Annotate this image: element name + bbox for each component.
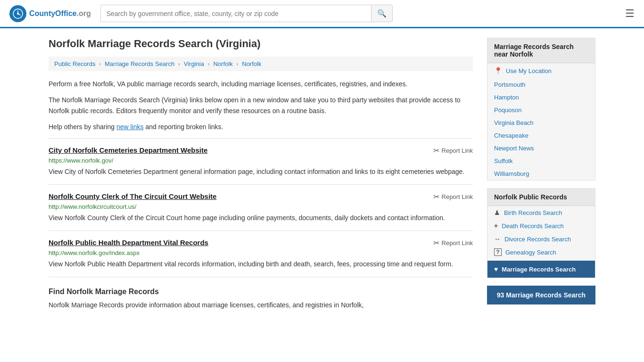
- marriage-records-link[interactable]: Marriage Records Search: [502, 266, 576, 273]
- nearby-box: Marriage Records Search near Norfolk 📍 U…: [487, 38, 595, 181]
- divorce-icon: ↔: [494, 235, 501, 243]
- norfolk-records-title: Norfolk Public Records: [487, 189, 595, 206]
- page-title: Norfolk Marriage Records Search (Virgini…: [49, 38, 473, 50]
- result-item-3: Norfolk Public Health Department Vital R…: [49, 230, 473, 277]
- result-desc-2: View Norfolk County Clerk of the Circuit…: [49, 213, 473, 223]
- search-button[interactable]: 🔍: [371, 5, 392, 22]
- description-2: The Norfolk Marriage Records Search (Vir…: [49, 95, 473, 116]
- sidebar-city-hampton[interactable]: Hampton: [487, 91, 595, 104]
- sidebar-city-newport-news[interactable]: Newport News: [487, 142, 595, 155]
- genealogy-link[interactable]: Genealogy Search: [505, 249, 556, 256]
- hampton-link[interactable]: Hampton: [494, 94, 519, 101]
- poquoson-link[interactable]: Poquoson: [494, 107, 522, 114]
- result-title-1[interactable]: City of Norfolk Cemeteries Department We…: [49, 146, 207, 154]
- use-my-location[interactable]: 📍 Use My Location: [487, 63, 595, 78]
- breadcrumb-norfolk-city[interactable]: Norfolk: [242, 60, 261, 67]
- result-desc-3: View Norfolk Public Health Department vi…: [49, 259, 473, 269]
- suffolk-link[interactable]: Suffolk: [494, 157, 513, 165]
- breadcrumb: Public Records › Marriage Records Search…: [49, 57, 473, 71]
- death-records-link[interactable]: Death Records Search: [502, 222, 564, 230]
- logo-text: CountyOffice.org: [29, 9, 91, 18]
- williamsburg-link[interactable]: Williamsburg: [494, 170, 529, 177]
- birth-records-link[interactable]: Birth Records Search: [504, 209, 562, 216]
- sidebar-death-records[interactable]: + Death Records Search: [487, 219, 595, 232]
- result-title-3[interactable]: Norfolk Public Health Department Vital R…: [49, 239, 208, 247]
- marriage-icon: ♥: [494, 265, 498, 273]
- hamburger-icon: ☰: [625, 8, 635, 19]
- birth-icon: ♟: [494, 209, 500, 216]
- genealogy-icon: ?: [494, 248, 502, 256]
- search-input[interactable]: [101, 6, 371, 21]
- sidebar-city-chesapeake[interactable]: Chesapeake: [487, 129, 595, 142]
- main-content: Norfolk Marriage Records Search (Virgini…: [49, 38, 473, 321]
- svg-point-1: [17, 13, 19, 15]
- divorce-records-link[interactable]: Divorce Records Search: [504, 236, 571, 243]
- scissors-icon-2: ✂: [433, 192, 439, 201]
- report-link-1[interactable]: ✂ Report Link: [433, 146, 473, 155]
- result-url-2[interactable]: http://www.norfolkcircuitcourt.us/: [49, 203, 473, 210]
- sidebar-divorce-records[interactable]: ↔ Divorce Records Search: [487, 232, 595, 246]
- pin-icon: 📍: [494, 67, 502, 74]
- scissors-icon-3: ✂: [433, 239, 439, 247]
- sidebar-marriage-records[interactable]: ♥ Marriage Records Search: [487, 261, 595, 278]
- search-bar: 🔍: [100, 5, 393, 22]
- result-title-2[interactable]: Norfolk County Clerk of The Circuit Cour…: [49, 192, 216, 200]
- site-header: CountyOffice.org 🔍 ☰: [0, 0, 644, 28]
- result-item-2: Norfolk County Clerk of The Circuit Cour…: [49, 184, 473, 230]
- description-1: Perform a free Norfolk, VA public marria…: [49, 79, 473, 89]
- death-icon: +: [494, 222, 498, 230]
- find-section: Find Norfolk Marriage Records Norfolk Ma…: [49, 277, 473, 321]
- report-link-2[interactable]: ✂ Report Link: [433, 192, 473, 201]
- nearby-box-title: Marriage Records Search near Norfolk: [487, 38, 595, 63]
- report-link-3[interactable]: ✂ Report Link: [433, 239, 473, 247]
- find-section-heading: Find Norfolk Marriage Records: [49, 288, 473, 296]
- breadcrumb-virginia[interactable]: Virginia: [184, 60, 204, 67]
- virginia-beach-link[interactable]: Virginia Beach: [494, 119, 534, 126]
- scissors-icon-1: ✂: [433, 146, 439, 155]
- description-3: Help others by sharing new links and rep…: [49, 122, 473, 132]
- use-location-link[interactable]: Use My Location: [506, 67, 552, 74]
- main-container: Norfolk Marriage Records Search (Virgini…: [39, 28, 605, 330]
- search-icon: 🔍: [377, 9, 387, 17]
- sidebar-genealogy[interactable]: ? Genealogy Search: [487, 246, 595, 259]
- sidebar-city-suffolk[interactable]: Suffolk: [487, 155, 595, 167]
- find-section-desc: Norfolk Marriage Records provide informa…: [49, 300, 473, 310]
- result-url-3[interactable]: http://www.norfolk.gov/index.aspx: [49, 249, 473, 256]
- sidebar-city-poquoson[interactable]: Poquoson: [487, 104, 595, 116]
- result-desc-1: View City of Norfolk Cemeteries Departme…: [49, 167, 473, 177]
- breadcrumb-marriage-records-search[interactable]: Marriage Records Search: [105, 60, 174, 67]
- breadcrumb-norfolk-county[interactable]: Norfolk: [213, 60, 232, 67]
- sidebar-city-williamsburg[interactable]: Williamsburg: [487, 167, 595, 180]
- breadcrumb-public-records[interactable]: Public Records: [54, 60, 95, 67]
- bottom-banner[interactable]: 93 Marriage Records Search: [487, 286, 595, 304]
- new-links-link[interactable]: new links: [116, 123, 144, 131]
- chesapeake-link[interactable]: Chesapeake: [494, 132, 528, 139]
- sidebar-city-portsmouth[interactable]: Portsmouth: [487, 78, 595, 91]
- portsmouth-link[interactable]: Portsmouth: [494, 81, 525, 88]
- logo-icon: [9, 5, 26, 22]
- newport-news-link[interactable]: Newport News: [494, 145, 534, 152]
- sidebar: Marriage Records Search near Norfolk 📍 U…: [487, 38, 595, 321]
- result-url-1[interactable]: https://www.norfolk.gov/: [49, 157, 473, 164]
- sidebar-city-virginia-beach[interactable]: Virginia Beach: [487, 116, 595, 129]
- norfolk-records-box: Norfolk Public Records ♟ Birth Records S…: [487, 188, 595, 278]
- sidebar-birth-records[interactable]: ♟ Birth Records Search: [487, 206, 595, 219]
- menu-button[interactable]: ☰: [625, 8, 635, 20]
- site-logo[interactable]: CountyOffice.org: [9, 5, 91, 22]
- result-item-1: City of Norfolk Cemeteries Department We…: [49, 138, 473, 184]
